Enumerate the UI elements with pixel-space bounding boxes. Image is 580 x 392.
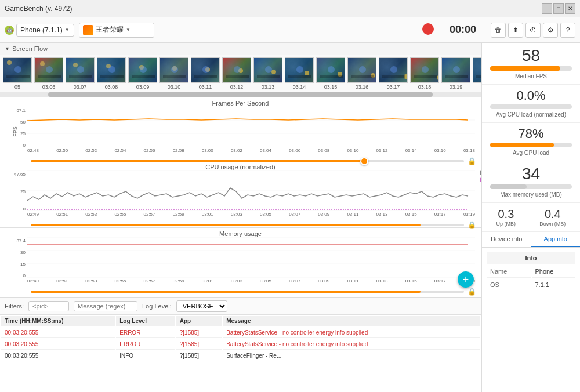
- svg-point-29: [296, 66, 303, 73]
- log-table: Time (HH:MM:SS:ms) Log Level App Message…: [0, 315, 481, 362]
- svg-point-0: [7, 60, 12, 65]
- thumbnail-item[interactable]: 03:11: [190, 57, 220, 90]
- svg-point-6: [73, 63, 78, 67]
- col-time: Time (HH:MM:SS:ms): [1, 316, 115, 326]
- svg-point-2: [14, 66, 21, 73]
- mem-y-low: 15: [20, 262, 26, 267]
- gpu-bar-container: [490, 143, 572, 147]
- memory-lock-icon[interactable]: 🔒: [467, 288, 476, 296]
- close-button[interactable]: ✕: [565, 3, 575, 14]
- app-info-panel: Info NamePhoneOS7.1.1: [482, 248, 580, 392]
- app-info-table: Info NamePhoneOS7.1.1: [485, 251, 577, 292]
- minimize-button[interactable]: —: [542, 3, 552, 14]
- config-button[interactable]: ⚙: [543, 23, 558, 38]
- svg-point-42: [470, 77, 470, 81]
- svg-point-14: [140, 66, 147, 73]
- screen-flow-header[interactable]: ▼ Screen Flow: [0, 43, 481, 55]
- titlebar: GameBench (v. 4972) — □ ✕: [0, 0, 580, 17]
- svg-rect-43: [445, 75, 468, 78]
- log-row[interactable]: 00:03:20:555INFO?[1585]SurfaceFlinger - …: [1, 351, 480, 361]
- svg-point-23: [234, 66, 241, 73]
- fps-y-max: 67.1: [16, 108, 26, 113]
- message-filter-input[interactable]: [74, 301, 137, 311]
- pid-filter-input[interactable]: [28, 301, 69, 311]
- svg-rect-22: [226, 75, 249, 78]
- thumbnail-item[interactable]: 03:12: [222, 57, 252, 90]
- gpu-value: 78%: [518, 128, 543, 140]
- cpu-slider[interactable]: [31, 224, 464, 226]
- thumbnail-item[interactable]: 03:15: [316, 57, 346, 90]
- thumbnail-item[interactable]: 03:14: [284, 57, 314, 90]
- window-controls: — □ ✕: [542, 3, 575, 14]
- upload-button[interactable]: ⬆: [508, 23, 523, 38]
- thumbnail-item[interactable]: 03:07: [65, 57, 95, 90]
- thumbnail-item[interactable]: 03:06: [34, 57, 64, 90]
- app-select-box[interactable]: 王者荣耀 ▼: [79, 23, 154, 38]
- right-panel: 58 Median FPS 0.0% Avg CPU load (normali…: [481, 43, 580, 392]
- svg-rect-19: [194, 75, 217, 78]
- fps-y-low: 25: [20, 131, 26, 136]
- svg-point-30: [338, 72, 342, 77]
- memory-stat-label: Max memory used (MB): [500, 191, 562, 198]
- cpu-x-labels: 02:4902:5102:5302:5502:5702:5903:0103:03…: [27, 212, 475, 217]
- delete-button[interactable]: 🗑: [491, 23, 506, 38]
- svg-rect-31: [320, 75, 343, 78]
- log-row[interactable]: 00:03:20:555ERROR?[1585]BatteryStatsServ…: [1, 328, 480, 338]
- svg-point-38: [390, 66, 397, 73]
- fps-value: 58: [522, 48, 540, 64]
- screen-flow-section: ▼ Screen Flow 0503:0603:0703:0803:0903:1…: [0, 43, 481, 97]
- thumbnail-item[interactable]: 03:16: [347, 57, 377, 90]
- thumbnail-item[interactable]: 03:13: [253, 57, 283, 90]
- svg-point-17: [171, 66, 178, 73]
- svg-point-24: [271, 70, 276, 74]
- network-stats: 0.3 Up (MB) 0.4 Down (MB): [482, 203, 580, 232]
- thumbnail-item[interactable]: 03:17: [378, 57, 408, 90]
- memory-stat: 34 Max memory used (MB): [482, 161, 580, 203]
- thumbnail-item[interactable]: 03:09: [128, 57, 158, 90]
- record-button[interactable]: [422, 23, 434, 37]
- thumbnails-scrollbar[interactable]: [0, 92, 481, 97]
- thumbnail-item[interactable]: 05: [2, 57, 32, 90]
- tab-device-info[interactable]: Device info: [482, 232, 531, 247]
- thumbnail-item[interactable]: 03:18: [409, 57, 440, 90]
- device-select-box[interactable]: Phone (7.1.1) ▼: [16, 24, 74, 37]
- svg-point-32: [328, 66, 335, 73]
- app-icon: [83, 25, 93, 35]
- gpu-bar: [490, 143, 554, 147]
- svg-point-20: [202, 66, 209, 73]
- fps-chart-section: Frames Per Second 67.1 50 25 0 FPS: [0, 97, 481, 161]
- svg-point-33: [371, 73, 375, 78]
- thumbnail-item[interactable]: 03:19: [441, 57, 471, 90]
- fps-label: Median FPS: [515, 73, 547, 79]
- maximize-button[interactable]: □: [553, 3, 564, 14]
- thumbnail-item[interactable]: 03:08: [96, 57, 126, 90]
- svg-point-9: [106, 64, 111, 68]
- thumbnail-item[interactable]: 03:20: [472, 57, 481, 90]
- svg-rect-46: [476, 75, 481, 78]
- memory-slider[interactable]: [31, 291, 464, 293]
- download-label: Down (MB): [539, 221, 566, 227]
- log-level-select[interactable]: VERBOSE DEBUG INFO ERROR: [176, 300, 227, 312]
- log-row[interactable]: 00:03:20:555ERROR?[1585]BatteryStatsServ…: [1, 339, 480, 350]
- gpu-stat: 78% Avg GPU load: [482, 123, 580, 161]
- svg-point-21: [238, 68, 243, 73]
- upload-stat: 0.3 Up (MB): [496, 208, 516, 227]
- fps-y-mid: 50: [20, 119, 26, 125]
- svg-rect-34: [351, 75, 374, 78]
- memory-slider-row: 🔒: [0, 286, 481, 297]
- mem-y-mid: 30: [20, 250, 26, 255]
- tab-app-info[interactable]: App info: [531, 232, 581, 247]
- fps-x-labels: 02:4802:5002:5202:5402:5602:5803:0003:02…: [27, 148, 475, 153]
- cpu-value: 0.0%: [516, 89, 545, 102]
- col-app: App: [176, 316, 222, 326]
- add-chart-button[interactable]: +: [458, 271, 474, 288]
- app-dropdown-arrow: ▼: [126, 27, 130, 32]
- fps-y-axis-label: FPS: [12, 126, 18, 137]
- thumbnail-item[interactable]: 03:10: [159, 57, 189, 90]
- settings-button[interactable]: ⏱: [525, 23, 541, 38]
- download-value: 0.4: [545, 208, 561, 221]
- device-selector: 🤖 Phone (7.1.1) ▼: [5, 24, 74, 37]
- help-button[interactable]: ?: [560, 23, 575, 38]
- app-title: GameBench (v. 4972): [5, 5, 72, 13]
- main-content: ▼ Screen Flow 0503:0603:0703:0803:0903:1…: [0, 43, 580, 392]
